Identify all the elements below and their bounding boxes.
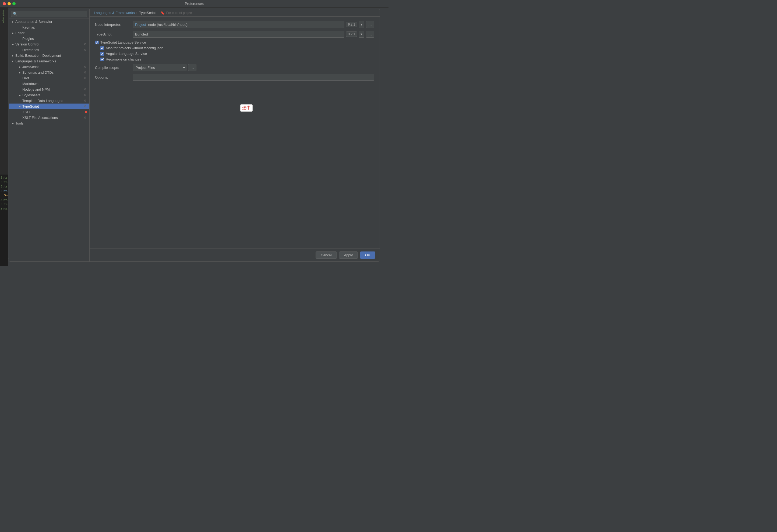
- main-content: Languages & Frameworks › TypeScript 🔖 Fo…: [90, 9, 379, 261]
- sidebar-item-plugins[interactable]: Plugins: [9, 36, 89, 41]
- typescript-dropdown-button[interactable]: ▼: [359, 31, 364, 38]
- arrow-icon: [18, 82, 21, 86]
- sidebar-item-label: Plugins: [22, 36, 87, 41]
- gear-icon: ⚙: [83, 42, 87, 46]
- sidebar-item-editor[interactable]: ▶ Editor: [9, 30, 89, 36]
- sidebar-item-label: Directories: [22, 48, 83, 52]
- console-line: : Suc: [1, 193, 8, 198]
- minimize-button[interactable]: [8, 2, 11, 5]
- sidebar-item-xslt[interactable]: XSLT: [9, 109, 89, 115]
- cancel-button[interactable]: Cancel: [316, 252, 337, 259]
- node-version-badge: 9.2.1: [346, 22, 357, 27]
- interpreter-path: node (/usr/local/bin/node): [148, 23, 188, 27]
- node-more-button[interactable]: …: [366, 21, 374, 28]
- options-row: Options:: [95, 74, 374, 81]
- compile-scope-row: Compile scope: Project Files All Places …: [95, 64, 374, 71]
- typescript-field[interactable]: Bundled: [133, 31, 344, 38]
- arrow-icon: ▶: [11, 20, 14, 23]
- node-interpreter-row: Node interpreter: Project node (/usr/loc…: [95, 21, 374, 28]
- breadcrumb-tag-text: For current project: [166, 11, 193, 15]
- sidebar-item-markdown[interactable]: Markdown: [9, 81, 89, 87]
- also-for-projects-label[interactable]: Also for projects without tsconfig.json: [106, 46, 163, 50]
- dialog-body: ▶ Appearance & Behavior Keymap ▶ Editor: [9, 9, 379, 261]
- sidebar-item-stylesheets[interactable]: ▶ Stylesheets ⚙: [9, 92, 89, 98]
- sidebar: ▶ Appearance & Behavior Keymap ▶ Editor: [9, 9, 90, 261]
- sidebar-item-keymap[interactable]: Keymap: [9, 24, 89, 30]
- breadcrumb-parent: Languages & Frameworks: [94, 11, 135, 15]
- gear-icon: ⚙: [83, 99, 87, 103]
- breadcrumb: Languages & Frameworks › TypeScript 🔖 Fo…: [90, 9, 379, 17]
- sidebar-item-appearance[interactable]: ▶ Appearance & Behavior: [9, 19, 89, 24]
- angular-language-service-label[interactable]: Angular Language Service: [106, 52, 147, 56]
- sidebar-item-javascript[interactable]: ▶ JavaScript ⚙: [9, 64, 89, 70]
- recompile-label[interactable]: Recompile on changes: [106, 57, 141, 61]
- preferences-dialog: ▶ Appearance & Behavior Keymap ▶ Editor: [9, 9, 380, 262]
- window-controls[interactable]: [3, 2, 16, 5]
- typescript-language-service-row: TypeScript Language Service: [95, 40, 374, 44]
- sidebar-item-schemas[interactable]: ▶ Schemas and DTDs ⚙: [9, 70, 89, 75]
- maximize-button[interactable]: [12, 2, 16, 5]
- node-interpreter-field[interactable]: Project node (/usr/local/bin/node): [133, 21, 344, 28]
- sidebar-item-label: Build, Execution, Deployment: [15, 53, 87, 57]
- console-line: 3:tsb: [1, 180, 8, 185]
- sidebar-item-typescript[interactable]: ▶ TypeScript ⚙: [9, 104, 89, 109]
- options-value: [133, 74, 374, 81]
- close-button[interactable]: [3, 2, 6, 5]
- arrow-icon: ▶: [18, 71, 21, 74]
- project-label: Project: [135, 23, 146, 27]
- arrow-icon: ▶: [18, 105, 21, 108]
- compile-scope-value: Project Files All Places Current File …: [133, 64, 374, 71]
- also-for-projects-checkbox[interactable]: [100, 46, 104, 50]
- console-line: 3:tsb: [1, 198, 8, 203]
- sidebar-item-version-control[interactable]: ▶ Version Control ⚙: [9, 41, 89, 47]
- sidebar-item-directories[interactable]: Directories ⚙: [9, 47, 89, 53]
- typescript-more-button[interactable]: …: [366, 31, 374, 38]
- sidebar-item-label: Keymap: [22, 25, 87, 29]
- arrow-icon: ▶: [11, 122, 14, 125]
- node-interpreter-label: Node interpreter:: [95, 23, 133, 27]
- breadcrumb-tag: 🔖 For current project: [160, 11, 193, 15]
- also-for-projects-row: Also for projects without tsconfig.json: [100, 46, 374, 50]
- sidebar-item-template-data[interactable]: Template Data Languages ⚙: [9, 98, 89, 104]
- sidebar-item-label: Editor: [15, 31, 87, 35]
- console-lines: 3:tsb 3:tsb 3:tsb 3:tsb : Suc 3:tsb 3:ts…: [0, 174, 8, 212]
- recompile-checkbox[interactable]: [100, 57, 104, 61]
- gear-icon: ⚙: [83, 88, 87, 92]
- sidebar-item-xslt-file[interactable]: XSLT File Associations ⚙: [9, 115, 89, 121]
- title-bar: Preferences: [0, 0, 388, 8]
- arrow-icon: ▶: [11, 43, 14, 46]
- sidebar-item-label: Node.js and NPM: [22, 88, 83, 92]
- compile-scope-label: Compile scope:: [95, 65, 133, 70]
- breadcrumb-separator: ›: [136, 11, 137, 15]
- sidebar-item-build[interactable]: ▶ Build, Execution, Deployment: [9, 53, 89, 58]
- sidebar-item-label: Template Data Languages: [22, 99, 83, 103]
- angular-language-service-checkbox[interactable]: [100, 52, 104, 56]
- sidebar-item-tools[interactable]: ▶ Tools: [9, 121, 89, 126]
- arrow-icon: [18, 26, 21, 29]
- search-input[interactable]: [11, 11, 87, 17]
- compile-scope-dropdown[interactable]: Project Files All Places Current File: [133, 64, 187, 71]
- settings-content: Node interpreter: Project node (/usr/loc…: [90, 17, 379, 249]
- typescript-language-service-label[interactable]: TypeScript Language Service: [100, 40, 146, 44]
- arrow-icon: [18, 99, 21, 103]
- sidebar-item-nodejs[interactable]: Node.js and NPM ⚙: [9, 87, 89, 92]
- options-input[interactable]: [133, 74, 374, 81]
- node-dropdown-button[interactable]: ▼: [359, 21, 364, 28]
- options-label: Options:: [95, 75, 133, 79]
- dialog-overlay: ▶ Appearance & Behavior Keymap ▶ Editor: [0, 8, 388, 266]
- sidebar-item-label: Schemas and DTDs: [22, 71, 83, 75]
- arrow-icon: ▶: [18, 94, 21, 97]
- typescript-value: Bundled 3.2.1 ▼ …: [133, 31, 374, 38]
- apply-button[interactable]: Apply: [339, 252, 358, 259]
- ok-button[interactable]: OK: [360, 252, 375, 259]
- red-dot-indicator: [85, 111, 87, 113]
- typescript-row: TypeScript: Bundled 3.2.1 ▼ …: [95, 31, 374, 38]
- arrow-icon: ▶: [11, 54, 14, 57]
- console-panel: 3:tsb 3:tsb 3:tsb 3:tsb : Suc 3:tsb 3:ts…: [0, 174, 8, 266]
- typescript-language-service-checkbox[interactable]: [95, 41, 99, 44]
- console-line: 3:tsb: [1, 176, 8, 180]
- sidebar-item-dart[interactable]: Dart ⚙: [9, 75, 89, 81]
- sidebar-item-lang-frameworks[interactable]: ▼ Languages & Frameworks: [9, 58, 89, 64]
- scope-more-button[interactable]: …: [188, 64, 196, 71]
- sub-checkboxes: Also for projects without tsconfig.json …: [100, 46, 374, 61]
